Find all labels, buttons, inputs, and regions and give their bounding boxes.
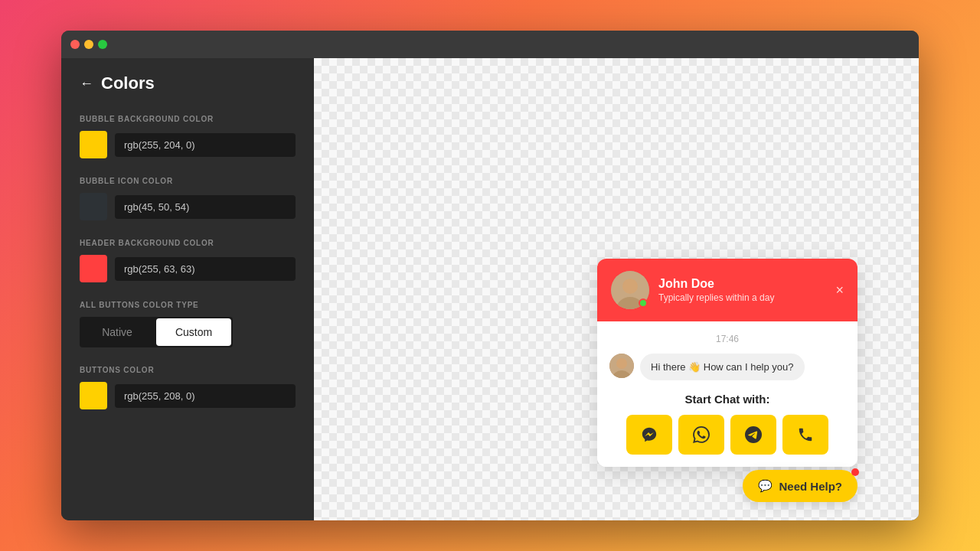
btn-color-swatch[interactable]: [80, 382, 107, 409]
bubble-bg-row: [80, 131, 296, 158]
msg-bubble: Hi there 👋 How can I help you?: [640, 354, 805, 380]
header-bg-swatch[interactable]: [80, 255, 107, 282]
window-body: ← Colors BUBBLE BACKGROUND COLOR BUBBLE …: [61, 58, 919, 520]
chat-info: John Doe Typically replies within a day: [658, 277, 835, 303]
close-button[interactable]: [70, 40, 80, 49]
avatar-wrap: [611, 271, 649, 309]
bubble-icon-input[interactable]: [115, 195, 296, 219]
btn-color-input[interactable]: [115, 384, 296, 408]
bubble-bg-swatch[interactable]: [80, 131, 107, 158]
telegram-button[interactable]: [730, 415, 776, 455]
right-panel: John Doe Typically replies within a day …: [314, 58, 919, 520]
maximize-button[interactable]: [98, 40, 107, 49]
chat-status: Typically replies within a day: [658, 292, 835, 303]
page-title: Colors: [101, 73, 155, 93]
btn-type-section: ALL BUTTONS COLOR TYPE Native Custom: [80, 301, 296, 347]
back-button[interactable]: ←: [80, 76, 93, 92]
svg-point-3: [623, 279, 637, 293]
btn-type-label: ALL BUTTONS COLOR TYPE: [80, 301, 296, 309]
bubble-bg-label: BUBBLE BACKGROUND COLOR: [80, 115, 296, 123]
telegram-icon: [745, 426, 762, 443]
bubble-bg-input[interactable]: [115, 133, 296, 157]
app-window: ← Colors BUBBLE BACKGROUND COLOR BUBBLE …: [61, 31, 919, 520]
notification-dot: [851, 468, 859, 476]
btn-color-section: BUTTONS COLOR: [80, 366, 296, 409]
bubble-icon-row: [80, 193, 296, 220]
online-indicator: [639, 298, 648, 308]
msg-avatar-svg: [609, 354, 634, 378]
btn-color-label: BUTTONS COLOR: [80, 366, 296, 374]
message-row: Hi there 👋 How can I help you?: [609, 354, 845, 380]
header-bg-section: HEADER BACKGROUND COLOR: [80, 239, 296, 282]
chat-buttons: [609, 415, 845, 455]
minimize-button[interactable]: [84, 40, 93, 49]
need-help-icon: 💬: [758, 479, 773, 493]
chat-timestamp: 17:46: [609, 334, 845, 344]
traffic-lights: [70, 40, 107, 49]
phone-button[interactable]: [782, 415, 828, 455]
bubble-icon-section: BUBBLE ICON COLOR: [80, 177, 296, 220]
custom-toggle[interactable]: Custom: [156, 318, 231, 346]
messenger-icon: [641, 426, 658, 443]
msg-avatar: [609, 354, 634, 378]
chat-popup: John Doe Typically replies within a day …: [597, 259, 858, 467]
bubble-icon-label: BUBBLE ICON COLOR: [80, 177, 296, 185]
start-chat-label: Start Chat with:: [609, 393, 845, 406]
chat-name: John Doe: [658, 277, 835, 291]
chat-header: John Doe Typically replies within a day …: [597, 259, 858, 321]
whatsapp-button[interactable]: [678, 415, 724, 455]
panel-header: ← Colors: [80, 73, 296, 93]
bubble-bg-section: BUBBLE BACKGROUND COLOR: [80, 115, 296, 158]
phone-icon: [797, 426, 814, 443]
chat-widget: John Doe Typically replies within a day …: [597, 259, 858, 467]
header-bg-row: [80, 255, 296, 282]
chat-body: 17:46 Hi there 👋 How can I help you?: [597, 321, 858, 467]
left-panel: ← Colors BUBBLE BACKGROUND COLOR BUBBLE …: [61, 58, 314, 520]
header-bg-label: HEADER BACKGROUND COLOR: [80, 239, 296, 247]
btn-type-toggle: Native Custom: [80, 317, 233, 347]
whatsapp-icon: [693, 426, 710, 443]
svg-point-5: [616, 358, 627, 369]
close-chat-button[interactable]: ×: [835, 282, 844, 298]
need-help-label: Need Help?: [779, 480, 842, 493]
titlebar: [61, 31, 919, 58]
btn-color-row: [80, 382, 296, 409]
need-help-bubble[interactable]: 💬 Need Help?: [743, 470, 858, 502]
bubble-icon-swatch[interactable]: [80, 193, 107, 220]
native-toggle[interactable]: Native: [80, 317, 155, 347]
messenger-button[interactable]: [626, 415, 672, 455]
header-bg-input[interactable]: [115, 257, 296, 281]
